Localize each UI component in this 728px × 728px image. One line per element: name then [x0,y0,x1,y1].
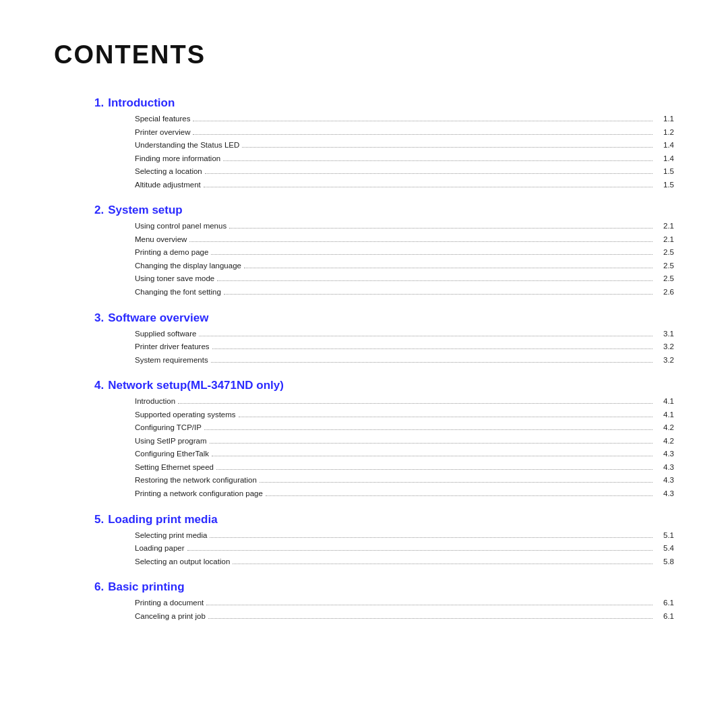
entry-page: 1.5 [655,165,674,179]
entry-text: Understanding the Status LED [135,139,239,152]
toc-entry: Finding more information1.4 [135,152,674,166]
entry-text: Printer driver features [135,340,210,354]
entry-text: Selecting print media [135,529,207,543]
entry-page: 5.1 [655,529,674,543]
toc-section-5: 5.Loading print mediaSelecting print med… [54,513,674,569]
entry-page: 6.1 [655,610,674,624]
toc-entry: Using toner save mode2.5 [135,272,674,286]
entry-page: 1.2 [655,126,674,140]
entry-page: 1.5 [655,179,674,192]
entry-text: Menu overview [135,233,187,247]
entry-text: Printing a demo page [135,246,208,260]
entry-text: Finding more information [135,152,220,166]
toc-entries: Supplied software3.1Printer driver featu… [135,328,674,367]
entry-page: 4.3 [655,461,674,475]
entry-text: Restoring the network configuration [135,474,257,487]
toc-entries: Introduction4.1Supported operating syste… [135,395,674,500]
section-number: 4. [94,379,104,392]
entry-text: Using toner save mode [135,272,214,286]
section-label: Network setup(ML-3471ND only) [108,379,284,392]
section-number: 3. [94,311,104,324]
entry-page: 3.2 [655,354,674,367]
toc-entry: Introduction4.1 [135,395,674,408]
section-label: System setup [108,204,183,216]
section-label: Loading print media [108,513,217,526]
toc-entry: Using SetIP program4.2 [135,435,674,448]
entry-dots [210,537,653,538]
entry-text: Selecting an output location [135,555,230,569]
entry-dots [223,160,653,161]
entry-dots [193,134,653,135]
entry-text: Printing a network configuration page [135,487,263,501]
entry-page: 4.1 [655,408,674,422]
entry-dots [229,228,653,229]
toc-entry: Printer overview1.2 [135,126,674,140]
entry-page: 1.4 [655,139,674,152]
entry-page: 4.3 [655,448,674,461]
toc-entry: Altitude adjustment1.5 [135,179,674,192]
toc-entries: Printing a document6.1Canceling a print … [135,597,674,623]
section-label: Introduction [108,96,175,109]
entry-text: Changing the font setting [135,286,221,299]
toc-section-6: 6.Basic printingPrinting a document6.1Ca… [54,580,674,623]
toc-entry: Loading paper5.4 [135,542,674,555]
entry-page: 2.5 [655,260,674,273]
entry-text: Special features [135,113,190,126]
toc-entry: Using control panel menus2.1 [135,220,674,233]
section-label: Basic printing [108,580,184,593]
entry-text: Using control panel menus [135,220,226,233]
toc-section-1: 1.IntroductionSpecial features1.1Printer… [54,96,674,191]
section-heading-3: 3.Software overview [94,311,674,325]
entry-dots [233,564,653,564]
entry-dots [242,147,653,148]
entry-dots [187,550,653,551]
entry-dots [224,294,653,295]
toc-entry: Restoring the network configuration4.3 [135,474,674,487]
toc-entry: Special features1.1 [135,113,674,126]
section-heading-6: 6.Basic printing [94,580,674,594]
entry-text: Printer overview [135,126,190,140]
entry-text: Selecting a location [135,165,202,179]
toc-entries: Selecting print media5.1Loading paper5.4… [135,529,674,569]
entry-text: Introduction [135,395,175,408]
entry-dots [199,336,653,336]
toc-entry: Printing a demo page2.5 [135,246,674,260]
toc-entry: Menu overview2.1 [135,233,674,247]
entry-page: 4.3 [655,474,674,487]
toc-entry: Selecting an output location5.8 [135,555,674,569]
entry-dots [208,618,653,619]
toc-entries: Using control panel menus2.1Menu overvie… [135,220,674,299]
section-heading-5: 5.Loading print media [94,513,674,526]
entry-page: 1.1 [655,113,674,126]
entry-page: 5.8 [655,555,674,569]
section-number: 6. [94,580,104,593]
entry-dots [204,187,653,187]
entry-page: 4.3 [655,487,674,501]
entry-page: 2.1 [655,220,674,233]
section-heading-1: 1.Introduction [94,96,674,110]
entry-dots [204,429,653,430]
entry-page: 4.1 [655,395,674,408]
entry-page: 2.6 [655,286,674,299]
entry-text: Canceling a print job [135,610,206,624]
entry-dots [212,456,653,456]
entry-dots [239,417,653,417]
toc-entry: Supported operating systems4.1 [135,408,674,422]
entry-text: Configuring EtherTalk [135,448,209,461]
entry-dots [211,254,653,255]
toc-entry: System requirements3.2 [135,354,674,367]
page-title: Contents [54,40,674,69]
entry-text: System requirements [135,354,208,367]
entry-page: 4.2 [655,435,674,448]
entry-dots [216,469,653,470]
entry-page: 4.2 [655,421,674,435]
section-number: 5. [94,513,104,526]
toc-entry: Printing a document6.1 [135,597,674,610]
entry-text: Supported operating systems [135,408,236,422]
entry-dots [193,121,653,121]
entry-dots [266,495,653,496]
entry-dots [217,280,653,281]
toc-entry: Supplied software3.1 [135,328,674,341]
toc-entry: Setting Ethernet speed4.3 [135,461,674,475]
entry-dots [212,348,653,349]
